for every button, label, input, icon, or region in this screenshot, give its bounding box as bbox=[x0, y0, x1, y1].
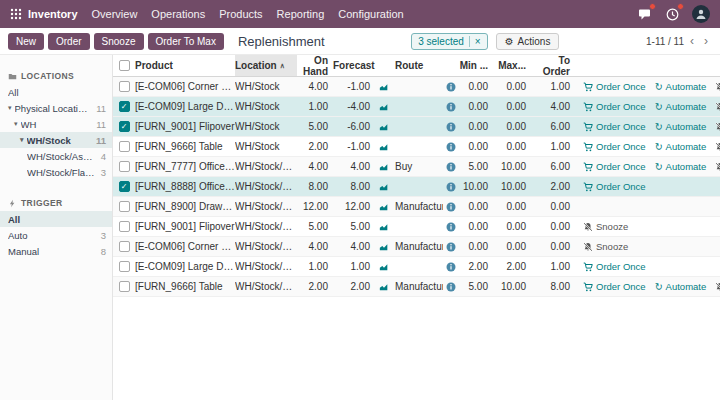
automate-button[interactable]: ↻Automate bbox=[655, 121, 707, 132]
table-row[interactable]: [FURN_9666] Table WH/Stock/Flat P... 2.0… bbox=[113, 277, 720, 297]
forecast-graph-icon[interactable] bbox=[379, 162, 389, 172]
row-checkbox[interactable] bbox=[119, 281, 130, 292]
forecast-graph-icon[interactable] bbox=[379, 242, 389, 252]
order-to-max-button[interactable]: Order To Max bbox=[148, 33, 224, 50]
info-icon[interactable] bbox=[446, 222, 456, 232]
snooze-button[interactable]: Snooze bbox=[715, 141, 720, 152]
menu-overview[interactable]: Overview bbox=[92, 8, 138, 20]
sidebar-item-trigger-all[interactable]: All bbox=[0, 211, 112, 227]
header-product[interactable]: Product bbox=[135, 60, 235, 71]
menu-reporting[interactable]: Reporting bbox=[277, 8, 325, 20]
automate-button[interactable]: ↻Automate bbox=[655, 281, 707, 292]
header-forecast[interactable]: Forecast bbox=[333, 60, 375, 71]
caret-down-icon[interactable]: ▾ bbox=[14, 120, 18, 128]
info-icon[interactable] bbox=[446, 262, 456, 272]
sidebar-item-wh[interactable]: ▾ WH 11 bbox=[0, 116, 112, 132]
row-checkbox[interactable]: ✓ bbox=[119, 121, 130, 132]
info-icon[interactable] bbox=[446, 82, 456, 92]
product-cell[interactable]: [E-COM09] Large Desk bbox=[135, 261, 235, 272]
header-min[interactable]: Min ... bbox=[459, 60, 493, 71]
menu-configuration[interactable]: Configuration bbox=[338, 8, 403, 20]
new-button[interactable]: New bbox=[8, 33, 44, 50]
row-checkbox[interactable] bbox=[119, 221, 130, 232]
activities-icon[interactable] bbox=[664, 6, 680, 22]
messages-icon[interactable] bbox=[636, 6, 652, 22]
row-checkbox[interactable] bbox=[119, 81, 130, 92]
product-cell[interactable]: [FURN_9666] Table bbox=[135, 141, 235, 152]
info-icon[interactable] bbox=[446, 242, 456, 252]
product-cell[interactable]: [E-COM06] Corner Desk ... bbox=[135, 81, 235, 92]
caret-down-icon[interactable]: ▾ bbox=[8, 104, 12, 112]
info-icon[interactable] bbox=[446, 162, 456, 172]
row-checkbox[interactable]: ✓ bbox=[119, 101, 130, 112]
snooze-button[interactable]: Snooze bbox=[583, 221, 628, 232]
info-icon[interactable] bbox=[446, 142, 456, 152]
order-once-button[interactable]: Order Once bbox=[583, 141, 646, 152]
forecast-graph-icon[interactable] bbox=[379, 182, 389, 192]
forecast-graph-icon[interactable] bbox=[379, 82, 389, 92]
snooze-button[interactable]: Snooze bbox=[715, 81, 720, 92]
table-row[interactable]: [E-COM06] Corner Desk ... WH/Stock 4.00 … bbox=[113, 77, 720, 97]
snooze-button[interactable]: Snooze bbox=[715, 161, 720, 172]
snooze-button[interactable]: Snooze bbox=[715, 121, 720, 132]
info-icon[interactable] bbox=[446, 202, 456, 212]
sidebar-item-all-locations[interactable]: All bbox=[0, 84, 112, 100]
order-once-button[interactable]: Order Once bbox=[583, 281, 646, 292]
info-icon[interactable] bbox=[446, 102, 456, 112]
header-to-order[interactable]: To Order bbox=[531, 55, 575, 77]
forecast-graph-icon[interactable] bbox=[379, 262, 389, 272]
pager-next-icon[interactable]: › bbox=[700, 34, 712, 48]
header-location[interactable]: Location∧ bbox=[235, 55, 297, 76]
forecast-graph-icon[interactable] bbox=[379, 102, 389, 112]
snooze-button[interactable]: Snooze bbox=[715, 281, 720, 292]
automate-button[interactable]: ↻Automate bbox=[655, 161, 707, 172]
sidebar-item-wh-stock[interactable]: ▾ WH/Stock 11 bbox=[0, 132, 112, 148]
order-once-button[interactable]: Order Once bbox=[583, 161, 646, 172]
sidebar-item-trigger-auto[interactable]: Auto 3 bbox=[0, 227, 112, 243]
order-once-button[interactable]: Order Once bbox=[583, 101, 646, 112]
row-checkbox[interactable] bbox=[119, 241, 130, 252]
info-icon[interactable] bbox=[446, 282, 456, 292]
pager-prev-icon[interactable]: ‹ bbox=[686, 34, 698, 48]
row-checkbox[interactable]: ✓ bbox=[119, 181, 130, 192]
product-cell[interactable]: [FURN_9666] Table bbox=[135, 281, 235, 292]
table-row[interactable]: [FURN_8900] Drawer Black WH/Stock/Asse..… bbox=[113, 197, 720, 217]
header-on-hand[interactable]: On Hand bbox=[297, 55, 333, 77]
table-row[interactable]: [FURN_9666] Table WH/Stock 2.00 -1.00 0.… bbox=[113, 137, 720, 157]
menu-products[interactable]: Products bbox=[219, 8, 262, 20]
table-row[interactable]: [E-COM06] Corner Desk ... WH/Stock/Flat … bbox=[113, 237, 720, 257]
row-checkbox[interactable] bbox=[119, 161, 130, 172]
row-checkbox[interactable] bbox=[119, 141, 130, 152]
caret-down-icon[interactable]: ▾ bbox=[20, 136, 24, 144]
sidebar-item-wh-stock-asse[interactable]: WH/Stock/Asse... 4 bbox=[0, 148, 112, 164]
user-avatar[interactable] bbox=[692, 5, 710, 23]
table-row[interactable]: ✓ [FURN_8888] Office Lamp WH/Stock/Asse.… bbox=[113, 177, 720, 197]
order-once-button[interactable]: Order Once bbox=[583, 121, 646, 132]
app-menu-button[interactable]: Inventory bbox=[10, 8, 78, 20]
sidebar-item-wh-stock-flat[interactable]: WH/Stock/Flat P... 3 bbox=[0, 164, 112, 180]
product-cell[interactable]: [FURN_7777] Office Chair bbox=[135, 161, 235, 172]
automate-button[interactable]: ↻Automate bbox=[655, 81, 707, 92]
product-cell[interactable]: [FURN_9001] Flipover bbox=[135, 221, 235, 232]
sidebar-item-trigger-manual[interactable]: Manual 8 bbox=[0, 243, 112, 259]
product-cell[interactable]: [FURN_8888] Office Lamp bbox=[135, 181, 235, 192]
snooze-button[interactable]: Snooze bbox=[715, 101, 720, 112]
product-cell[interactable]: [FURN_8900] Drawer Black bbox=[135, 201, 235, 212]
forecast-graph-icon[interactable] bbox=[379, 142, 389, 152]
header-max[interactable]: Max... bbox=[493, 60, 531, 71]
info-icon[interactable] bbox=[446, 122, 456, 132]
table-row[interactable]: [FURN_9001] Flipover WH/Stock/Asse... 5.… bbox=[113, 217, 720, 237]
automate-button[interactable]: ↻Automate bbox=[655, 101, 707, 112]
product-cell[interactable]: [E-COM09] Large Desk bbox=[135, 101, 235, 112]
order-once-button[interactable]: Order Once bbox=[583, 181, 646, 192]
table-row[interactable]: ✓ [E-COM09] Large Desk WH/Stock 1.00 -4.… bbox=[113, 97, 720, 117]
forecast-graph-icon[interactable] bbox=[379, 202, 389, 212]
actions-button[interactable]: ⚙ Actions bbox=[496, 33, 560, 50]
forecast-graph-icon[interactable] bbox=[379, 282, 389, 292]
forecast-graph-icon[interactable] bbox=[379, 222, 389, 232]
order-once-button[interactable]: Order Once bbox=[583, 261, 646, 272]
header-route[interactable]: Route bbox=[393, 60, 443, 71]
snooze-button-top[interactable]: Snooze bbox=[94, 33, 144, 50]
table-row[interactable]: [FURN_7777] Office Chair WH/Stock/Asse..… bbox=[113, 157, 720, 177]
order-button[interactable]: Order bbox=[48, 33, 90, 50]
